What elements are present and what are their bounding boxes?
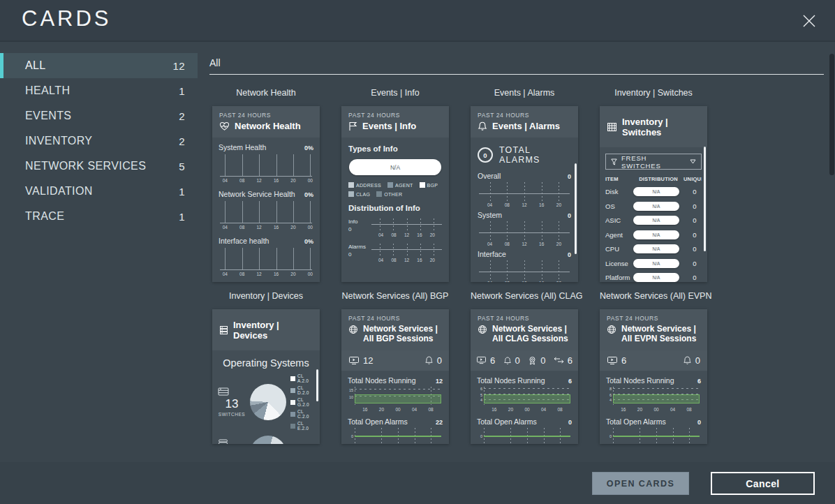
switches-os-legend: CL A.2.0CL D.2.0CL G.2.0CL C.2.0CL E.2.0 <box>290 373 314 431</box>
table-row: OS N/A 0 <box>605 202 702 211</box>
switches-caption: SWITCHES <box>218 412 246 417</box>
card-inventory-switches[interactable]: Inventory | Switches FRESH SWITCHES <box>600 106 707 282</box>
card-events-alarms[interactable]: PAST 24 HOURS Events | Alarms 0 TOTA <box>471 106 578 282</box>
types-value-pill: N/A <box>349 159 441 175</box>
sidebar-item-inventory[interactable]: INVENTORY 2 <box>0 128 198 154</box>
card-grid-title: Inventory | Devices <box>212 291 320 303</box>
flag-icon <box>348 121 357 131</box>
card-ns-clag[interactable]: PAST 24 HOURS Network Services | All CLA… <box>471 309 578 444</box>
card-slot-ns-clag: Network Services (All) CLAG PAST 24 HOUR… <box>471 291 578 444</box>
card-title: Network Services | All BGP Sessions <box>363 324 442 344</box>
total-alarms-count: 0 <box>478 147 493 163</box>
category-sidebar: ALL 12 HEALTH 1 EVENTS 2 INVENTORY 2 NET… <box>0 53 198 229</box>
card-grid-row-2: Inventory | Devices Inventory | Devices … <box>212 291 824 444</box>
count-badge: 5 <box>179 161 185 172</box>
card-ns-evpn[interactable]: PAST 24 HOURS Network Services | All EVP… <box>600 309 707 444</box>
globe-icon <box>607 325 616 334</box>
distribution-pill: N/A <box>633 244 679 253</box>
nodes-running-chart: 864 <box>613 387 700 405</box>
card-slot-events-alarms: Events | Alarms PAST 24 HOURS Events | A… <box>471 88 578 282</box>
sidebar-item-trace[interactable]: TRACE 1 <box>0 204 198 229</box>
modal-footer: OPEN CARDS Cancel <box>0 462 835 504</box>
card-network-health[interactable]: PAST 24 HOURS Network Health System Heal… <box>212 106 320 282</box>
legend-swatch <box>387 182 393 188</box>
types-of-info-label: Types of Info <box>348 144 442 153</box>
cancel-button[interactable]: Cancel <box>711 472 815 495</box>
table-row: CPU N/A 0 <box>605 244 702 253</box>
ns-stats-bar: 6 0 <box>600 350 707 371</box>
bell-icon <box>683 355 692 365</box>
card-grid-title: Network Services (All) BGP <box>341 291 449 303</box>
legend-swatch <box>290 424 295 429</box>
card-grid-title: Network Health <box>212 88 320 100</box>
sidebar-item-events[interactable]: EVENTS 2 <box>0 103 198 128</box>
mini-chart-info: Info0 0408121620 <box>348 218 442 239</box>
section-label: All <box>209 57 824 68</box>
cards-modal: { "window": { "title": "CARDS" }, "sideb… <box>0 0 835 504</box>
count-badge: 2 <box>179 135 185 147</box>
count-badge: 1 <box>179 85 185 97</box>
section-divider <box>209 74 824 75</box>
hosts-os-legend: UBUNTU 1..CENTOS LI.. <box>290 443 317 445</box>
card-slot-ns-evpn: Network Services (All) EVPN PAST 24 HOUR… <box>600 291 707 444</box>
sidebar-item-network-services[interactable]: NETWORK SERVICES 5 <box>0 154 198 179</box>
switches-os-pie-chart <box>250 384 286 420</box>
legend-swatch <box>290 412 295 417</box>
fresh-switches-dropdown[interactable]: FRESH SWITCHES <box>605 154 702 170</box>
timeframe-label: PAST 24 HOURS <box>478 112 571 119</box>
card-scrollbar[interactable] <box>316 369 318 401</box>
badge-icon <box>528 356 537 365</box>
distribution-pill: N/A <box>633 216 679 225</box>
nodes-icon <box>607 356 618 365</box>
vertical-scrollbar[interactable] <box>829 54 834 175</box>
card-scrollbar[interactable] <box>575 163 577 254</box>
sidebar-item-all[interactable]: ALL 12 <box>0 53 198 78</box>
card-events-info[interactable]: PAST 24 HOURS Events | Info Types of Inf… <box>341 106 449 282</box>
open-alarms-chart: 0 <box>355 428 441 444</box>
mini-chart-interface-health: Interface health0% 040812162000 <box>212 231 320 278</box>
open-cards-button[interactable]: OPEN CARDS <box>592 472 689 495</box>
table-row: License N/A 0 <box>605 259 702 268</box>
card-grid-title: Events | Info <box>341 88 449 100</box>
sidebar-item-health[interactable]: HEALTH 1 <box>0 78 198 103</box>
mini-chart-network-service-health: Network Service Health0% 040812162000 <box>212 184 320 231</box>
card-ns-bgp[interactable]: PAST 24 HOURS Network Services | All BGP… <box>341 309 449 444</box>
server-stack-icon <box>219 325 228 335</box>
total-alarms-label: TOTAL ALARMS <box>499 145 571 165</box>
card-grid-title: Events | Alarms <box>471 88 578 100</box>
switches-count: 13 <box>218 397 246 411</box>
card-inventory-devices[interactable]: Inventory | Devices Operating Systems 13 <box>212 309 320 444</box>
timeframe-label: PAST 24 HOURS <box>348 112 442 119</box>
distribution-pill: N/A <box>633 202 679 211</box>
card-slot-inventory-switches: Inventory | Switches Inventory | Switche… <box>600 88 707 282</box>
operating-systems-label: Operating Systems <box>218 357 314 369</box>
card-grid-title: Inventory | Switches <box>600 88 707 100</box>
chevron-down-icon <box>690 159 696 164</box>
dropdown-value: FRESH SWITCHES <box>621 154 686 170</box>
close-icon[interactable] <box>799 11 819 31</box>
sidebar-item-validation[interactable]: VALIDATION 1 <box>0 179 198 204</box>
timeframe-label: PAST 24 HOURS <box>478 315 571 322</box>
open-alarms-chart: 0 <box>613 428 700 444</box>
legend-swatch <box>376 191 382 197</box>
card-slot-inventory-devices: Inventory | Devices Inventory | Devices … <box>212 291 320 444</box>
card-title: Network Health <box>235 121 301 131</box>
funnel-icon <box>611 158 617 165</box>
legend-swatch <box>420 182 425 188</box>
card-grid-title: Network Services (All) EVPN <box>600 291 707 303</box>
card-grid-title: Network Services (All) CLAG <box>471 291 578 303</box>
table-row: Disk N/A 0 <box>605 187 702 196</box>
switch-icon <box>218 387 246 396</box>
card-title: Events | Info <box>362 121 416 131</box>
count-badge: 2 <box>179 110 185 122</box>
card-title: Network Services | All EVPN Sessions <box>621 324 700 344</box>
switches-os-group: 13 SWITCHES CL A.2.0CL D.2.0CL G.2.0CL C… <box>218 373 314 431</box>
switches-table: ITEM DISTRIBUTION UNIQUE Disk N/A 0 <box>605 176 702 282</box>
card-scrollbar[interactable] <box>704 147 706 251</box>
info-legend: ADDRESSAGENTBGPCLAGOTHER <box>348 182 442 197</box>
bell-icon <box>478 121 487 131</box>
card-title: Inventory | Devices <box>233 320 313 341</box>
nodes-icon <box>348 356 360 365</box>
mini-chart-overall: Overall0 0408121620 <box>478 172 571 209</box>
ns-stats-bar: 12 0 <box>341 350 449 371</box>
